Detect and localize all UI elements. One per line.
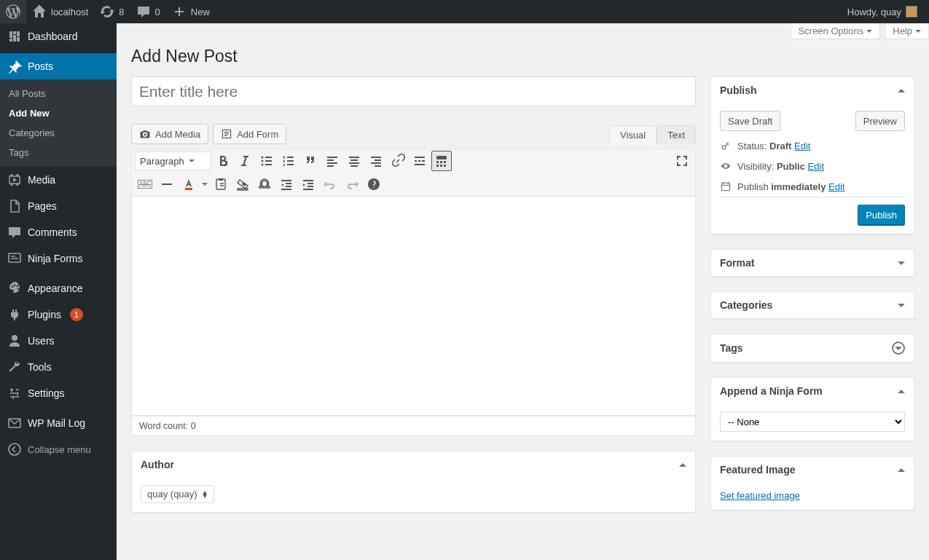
ninja-form-select[interactable]: -- None	[720, 411, 905, 432]
menu-settings[interactable]: Settings	[0, 380, 117, 406]
format-select[interactable]: Paragraph	[135, 151, 211, 170]
menu-comments-label: Comments	[28, 226, 77, 238]
site-name[interactable]: localhost	[26, 0, 94, 23]
svg-rect-14	[436, 165, 439, 167]
tab-text[interactable]: Text	[656, 125, 696, 144]
edit-status-link[interactable]: Edit	[794, 141, 810, 151]
align-right-button[interactable]	[366, 151, 386, 171]
menu-wp-mail-log[interactable]: WP Mail Log	[0, 410, 117, 436]
svg-point-2	[17, 393, 19, 395]
author-select[interactable]: quay (quay) ▲▼	[141, 485, 214, 503]
my-account[interactable]: Howdy, quay	[842, 0, 923, 23]
updates[interactable]: 8	[94, 0, 130, 23]
edit-visibility-link[interactable]: Edit	[808, 161, 824, 172]
text-color-dropdown[interactable]	[200, 174, 209, 194]
featured-image-box: Featured Image Set featured image	[710, 456, 914, 510]
admin-menu: Dashboard Posts All Posts Add New Catego…	[0, 23, 117, 560]
format-box-title: Format	[720, 257, 754, 269]
collapse-menu[interactable]: Collapse menu	[0, 436, 117, 462]
keyboard-help-button[interactable]	[364, 174, 384, 194]
submenu-all-posts[interactable]: All Posts	[0, 84, 117, 103]
add-media-button[interactable]: Add Media	[131, 124, 208, 144]
publish-button[interactable]: Publish	[858, 205, 905, 225]
outdent-button[interactable]	[276, 174, 297, 194]
strikethrough-button[interactable]: ABC	[135, 174, 155, 194]
post-title-input[interactable]	[131, 76, 696, 106]
author-box-header[interactable]: Author	[132, 451, 695, 478]
comment-icon	[136, 4, 151, 19]
add-form-label: Add Form	[237, 129, 278, 140]
redo-button[interactable]	[342, 174, 362, 194]
help-toggle[interactable]: Help	[885, 23, 929, 39]
wp-logo[interactable]	[0, 0, 26, 23]
menu-dashboard[interactable]: Dashboard	[0, 23, 117, 50]
avatar	[906, 6, 917, 17]
publish-box: Publish Save Draft Preview Status: Draft…	[710, 76, 914, 234]
menu-users[interactable]: Users	[0, 328, 117, 354]
menu-ninja-forms[interactable]: Ninja Forms	[0, 245, 117, 272]
publish-box-header[interactable]: Publish	[711, 77, 914, 103]
read-more-button[interactable]	[409, 151, 430, 171]
preview-button[interactable]: Preview	[855, 111, 905, 131]
svg-point-7	[261, 157, 263, 159]
svg-rect-18	[185, 188, 192, 190]
blockquote-button[interactable]	[300, 151, 321, 171]
add-media-label: Add Media	[155, 129, 200, 140]
text-color-button[interactable]	[179, 174, 199, 194]
screen-options-toggle[interactable]: Screen Options	[791, 23, 881, 39]
tab-visual[interactable]: Visual	[609, 125, 656, 145]
special-character-button[interactable]	[254, 174, 275, 194]
menu-pages[interactable]: Pages	[0, 193, 117, 219]
chevron-down-icon	[189, 159, 195, 162]
svg-point-9	[261, 164, 263, 166]
toolbar-toggle-button[interactable]	[431, 151, 452, 171]
indent-button[interactable]	[298, 174, 318, 194]
hr-button[interactable]	[157, 174, 177, 194]
menu-comments[interactable]: Comments	[0, 219, 117, 245]
add-form-button[interactable]: Add Form	[213, 124, 286, 144]
plugins-update-count: 1	[70, 308, 83, 321]
bullet-list-button[interactable]	[256, 151, 277, 171]
menu-plugins-label: Plugins	[28, 309, 61, 320]
menu-appearance[interactable]: Appearance	[0, 275, 117, 301]
fullscreen-button[interactable]	[672, 151, 692, 171]
tags-box-header[interactable]: Tags	[711, 334, 914, 362]
word-count-label: Word count:	[139, 421, 191, 431]
submenu-categories[interactable]: Categories	[0, 123, 117, 143]
number-list-button[interactable]	[278, 151, 299, 171]
menu-media[interactable]: Media	[0, 167, 117, 193]
ninja-form-box-header[interactable]: Append a Ninja Form	[711, 378, 914, 404]
submenu-add-new[interactable]: Add New	[0, 103, 117, 123]
clear-formatting-button[interactable]	[232, 174, 253, 194]
updates-count: 8	[119, 7, 124, 17]
save-draft-button[interactable]: Save Draft	[720, 111, 780, 131]
undo-button[interactable]	[320, 174, 340, 194]
menu-plugins[interactable]: Plugins 1	[0, 301, 117, 328]
menu-posts[interactable]: Posts	[0, 53, 117, 79]
visibility-value: Public	[777, 161, 805, 172]
link-button[interactable]	[388, 151, 408, 171]
key-icon	[720, 140, 732, 151]
align-left-button[interactable]	[322, 151, 342, 171]
categories-box-header[interactable]: Categories	[711, 292, 914, 318]
submenu-tags[interactable]: Tags	[0, 143, 117, 162]
featured-image-box-header[interactable]: Featured Image	[711, 457, 914, 483]
content-editor[interactable]	[132, 197, 695, 415]
author-select-value: quay (quay)	[147, 489, 197, 500]
howdy-prefix: Howdy,	[847, 7, 881, 17]
menu-tools[interactable]: Tools	[0, 354, 117, 380]
align-center-button[interactable]	[344, 151, 364, 171]
wordpress-icon	[6, 4, 20, 19]
comments[interactable]: 0	[130, 0, 166, 23]
format-box-header[interactable]: Format	[711, 250, 914, 276]
edit-schedule-link[interactable]: Edit	[828, 181, 844, 192]
svg-rect-15	[440, 165, 442, 167]
svg-rect-17	[162, 184, 172, 185]
bold-button[interactable]	[213, 151, 233, 171]
new-content[interactable]: New	[166, 0, 216, 23]
italic-button[interactable]	[235, 151, 255, 171]
site-name-text: localhost	[51, 7, 88, 17]
set-featured-image-link[interactable]: Set featured image	[720, 490, 800, 501]
paste-as-text-button[interactable]	[211, 174, 231, 194]
status-label: Status:	[737, 141, 769, 151]
